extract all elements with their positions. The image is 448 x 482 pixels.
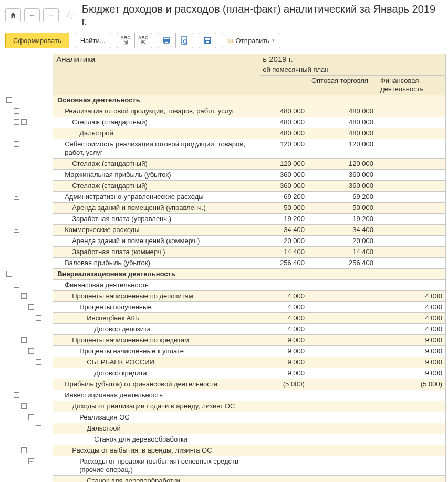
tree-expander[interactable]: −: [28, 348, 34, 354]
cell-value: 4 000: [259, 324, 308, 335]
cell-value: [377, 181, 445, 192]
tree-expander[interactable]: −: [6, 97, 12, 103]
row-label: СБЕРБАНК РОССИИ: [53, 357, 259, 368]
row-label: Реализация ОС: [53, 412, 259, 423]
svg-rect-0: [164, 37, 169, 39]
cell-value: [308, 346, 377, 357]
cell-value: [308, 324, 377, 335]
cell-value: 9 000: [259, 368, 308, 379]
tree-expander[interactable]: −: [36, 315, 41, 321]
cell-value: [308, 445, 377, 456]
cell-value: [377, 128, 445, 139]
table-row: −Расходы от продажи (выбытия) основных с…: [5, 456, 446, 476]
cell-value: 480 000: [308, 128, 377, 139]
cell-value: 50 000: [308, 203, 377, 214]
row-label: Дальстрой: [53, 128, 259, 139]
cell-value: 9 000: [377, 368, 445, 379]
header-period: ь 2019 г.: [259, 54, 446, 65]
table-row: −Проценты начисленные по депозитам4 0004…: [5, 291, 446, 302]
cell-value: [259, 390, 308, 401]
table-row: −Проценты начисленные к уплате9 0009 000: [5, 346, 446, 357]
cell-value: [308, 95, 377, 106]
cell-value: [308, 291, 377, 302]
forward-button[interactable]: →: [43, 8, 59, 22]
header-plan: ой помесячный план: [259, 65, 446, 76]
header-col3: Финансовая деятельность: [377, 76, 445, 95]
abc-expand-icon: ABC⇲: [120, 36, 131, 45]
replace-button[interactable]: ABC⇲: [117, 33, 134, 48]
cell-value: 9 000: [259, 357, 308, 368]
svg-rect-7: [205, 38, 210, 40]
cell-value: [308, 368, 377, 379]
cell-value: [259, 423, 308, 434]
row-label: Проценты начисленные по депозитам: [53, 291, 259, 302]
tree-expander[interactable]: −: [28, 414, 34, 420]
cell-value: [377, 434, 445, 445]
find-button[interactable]: Найти...: [75, 33, 111, 48]
tree-expander[interactable]: −: [14, 141, 19, 147]
table-row: −Финансовая деятельность: [5, 280, 446, 291]
cell-value: [377, 423, 445, 434]
form-button[interactable]: Сформировать: [5, 33, 69, 48]
replace2-button[interactable]: ABC⇱: [134, 33, 152, 48]
tree-expander[interactable]: −: [21, 337, 27, 343]
tree-expander[interactable]: −: [6, 271, 12, 277]
table-row: −Проценты начисленные по кредитам9 0009 …: [5, 335, 446, 346]
tree-expander[interactable]: −: [14, 108, 19, 114]
tree-expander[interactable]: −: [28, 458, 34, 464]
dropdown-icon: ▾: [272, 38, 275, 43]
row-label: Аренда зданий и помещений (управленч.): [53, 203, 259, 214]
save-button[interactable]: [199, 33, 216, 48]
tree-expander[interactable]: −: [14, 194, 19, 200]
cell-value: 480 000: [259, 117, 308, 128]
cell-value: 50 000: [259, 203, 308, 214]
tree-expander[interactable]: −: [21, 119, 27, 125]
tree-expander[interactable]: −: [21, 293, 27, 299]
table-row: Заработная плата (управленч.)19 20019 20…: [5, 214, 446, 225]
cell-value: [377, 476, 445, 483]
preview-button[interactable]: [175, 33, 193, 48]
header-col2: Оптовая торговля: [308, 76, 377, 95]
table-row: −Коммерческие расходы34 40034 400: [5, 225, 446, 236]
cell-value: 120 000: [308, 159, 377, 170]
cell-value: 120 000: [259, 139, 308, 159]
cell-value: [377, 280, 445, 291]
row-label: Договор депозита: [53, 324, 259, 335]
cell-value: 120 000: [259, 159, 308, 170]
cell-value: 34 400: [259, 225, 308, 236]
tree-expander[interactable]: −: [14, 282, 19, 288]
favorite-icon[interactable]: ☆: [64, 8, 75, 22]
toolbar: Сформировать Найти... ABC⇲ ABC⇱ ✉ Отправ…: [0, 30, 448, 54]
tree-expander[interactable]: −: [36, 425, 41, 431]
tree-expander[interactable]: −: [36, 359, 41, 365]
print-button[interactable]: [158, 33, 175, 48]
home-button[interactable]: [5, 8, 21, 22]
cell-value: 480 000: [259, 106, 308, 117]
cell-value: 256 400: [259, 258, 308, 269]
tree-expander[interactable]: −: [14, 119, 19, 125]
cell-value: 14 400: [308, 247, 377, 258]
row-label: Расходы от продажи (выбытия) основных ср…: [53, 456, 259, 476]
row-label: Внереализационная деятельность: [53, 269, 259, 280]
row-label: Расходы от выбытия, в аренды, лизинга ОС: [53, 445, 259, 456]
back-button[interactable]: ←: [24, 8, 40, 22]
tree-expander[interactable]: −: [14, 227, 19, 233]
tree-expander[interactable]: −: [14, 392, 19, 398]
preview-icon: [180, 36, 189, 45]
table-row: −Инспецбанк АКБ4 0004 000: [5, 313, 446, 324]
table-row: −Административно-управленческие расходы6…: [5, 192, 446, 203]
table-row: −Доходы от реализации / сдачи в аренду, …: [5, 401, 446, 412]
tree-expander[interactable]: −: [21, 403, 27, 409]
cell-value: [308, 423, 377, 434]
report-table-area: Аналитика ь 2019 г. ой помесячный план О…: [0, 54, 448, 482]
cell-value: [377, 258, 445, 269]
table-row: Стеллаж (стандартный)360 000360 000: [5, 181, 446, 192]
cell-value: [259, 401, 308, 412]
cell-value: 9 000: [377, 335, 445, 346]
cell-value: [377, 236, 445, 247]
cell-value: 4 000: [259, 313, 308, 324]
tree-expander[interactable]: −: [21, 447, 27, 453]
row-label: Проценты начисленные по кредитам: [53, 335, 259, 346]
tree-expander[interactable]: −: [28, 304, 34, 310]
send-button[interactable]: ✉ Отправить ▾: [222, 33, 280, 48]
